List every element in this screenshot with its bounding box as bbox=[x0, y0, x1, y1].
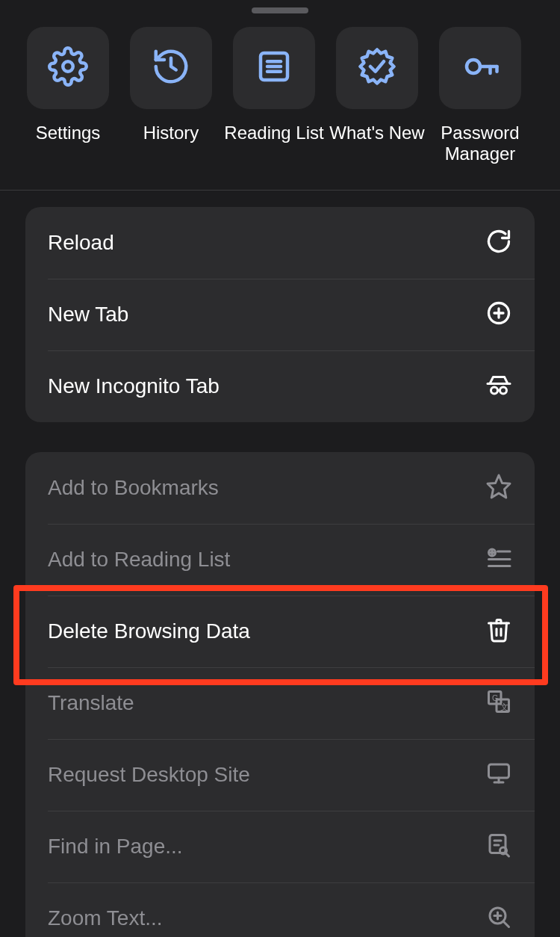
shortcut-tile bbox=[336, 27, 418, 109]
menu-item-label: Delete Browsing Data bbox=[48, 619, 250, 643]
menu-item-reload[interactable]: Reload bbox=[25, 207, 535, 279]
find-icon bbox=[485, 832, 512, 862]
reading-list-icon bbox=[254, 46, 294, 90]
menu-item-add-reading-list[interactable]: Add to Reading List bbox=[25, 524, 535, 596]
menu-section-primary: Reload New Tab New Incognito Tab bbox=[25, 207, 535, 422]
menu-item-label: New Tab bbox=[48, 303, 128, 327]
menu-item-label: Add to Reading List bbox=[48, 548, 230, 572]
menu-item-new-incognito-tab[interactable]: New Incognito Tab bbox=[25, 350, 535, 422]
key-icon bbox=[460, 46, 500, 90]
menu-item-label: Add to Bookmarks bbox=[48, 476, 219, 500]
incognito-icon bbox=[485, 371, 512, 401]
menu-item-label: Reload bbox=[48, 231, 114, 255]
menu-item-request-desktop-site[interactable]: Request Desktop Site bbox=[25, 739, 535, 811]
plus-circle-icon bbox=[485, 300, 512, 330]
top-divider bbox=[0, 190, 560, 191]
sheet-handle[interactable] bbox=[252, 7, 308, 13]
shortcut-settings[interactable]: Settings bbox=[27, 27, 109, 164]
history-icon bbox=[151, 46, 191, 90]
desktop-icon bbox=[485, 760, 512, 790]
add-reading-list-icon bbox=[485, 545, 512, 575]
svg-text:G: G bbox=[492, 693, 498, 702]
shortcut-tile bbox=[439, 27, 521, 109]
gear-icon bbox=[48, 46, 88, 90]
menu-item-find-in-page[interactable]: Find in Page... bbox=[25, 811, 535, 882]
shortcuts-row: Settings History bbox=[0, 27, 560, 190]
menu-item-delete-browsing-data[interactable]: Delete Browsing Data bbox=[25, 596, 535, 667]
svg-point-0 bbox=[63, 61, 73, 72]
menu-item-label: Request Desktop Site bbox=[48, 763, 250, 787]
svg-text:文: 文 bbox=[500, 702, 508, 711]
shortcut-label: Settings bbox=[36, 123, 101, 143]
star-icon bbox=[485, 473, 512, 503]
shortcut-tile bbox=[233, 27, 315, 109]
menu-item-add-bookmarks[interactable]: Add to Bookmarks bbox=[25, 452, 535, 524]
menu-item-zoom-text[interactable]: Zoom Text... bbox=[25, 882, 535, 937]
svg-marker-16 bbox=[488, 475, 510, 498]
menu-section-secondary: Add to Bookmarks Add to Reading List Del… bbox=[25, 452, 535, 937]
shortcut-label: Password Manager bbox=[439, 123, 521, 164]
menu-item-label: New Incognito Tab bbox=[48, 374, 220, 398]
svg-point-5 bbox=[467, 60, 480, 73]
menu-item-new-tab[interactable]: New Tab bbox=[25, 279, 535, 350]
shortcut-whats-new[interactable]: What's New bbox=[336, 27, 418, 164]
translate-icon: G 文 bbox=[485, 688, 512, 718]
svg-line-36 bbox=[506, 853, 509, 856]
shortcut-tile bbox=[27, 27, 109, 109]
shortcut-password-manager[interactable]: Password Manager bbox=[439, 27, 521, 164]
trash-icon bbox=[485, 616, 512, 646]
shortcut-label: Reading List bbox=[224, 123, 323, 143]
reload-icon bbox=[485, 228, 512, 258]
shortcut-reading-list[interactable]: Reading List bbox=[233, 27, 315, 164]
menu-item-label: Translate bbox=[48, 691, 134, 715]
zoom-icon bbox=[485, 903, 512, 933]
svg-rect-29 bbox=[489, 764, 509, 778]
shortcut-tile bbox=[130, 27, 212, 109]
whats-new-icon bbox=[357, 46, 397, 90]
shortcut-label: History bbox=[143, 123, 199, 143]
menu-item-label: Zoom Text... bbox=[48, 906, 163, 930]
shortcut-label: What's New bbox=[329, 123, 424, 143]
shortcut-history[interactable]: History bbox=[130, 27, 212, 164]
menu-item-translate[interactable]: Translate G 文 bbox=[25, 667, 535, 739]
svg-line-40 bbox=[504, 922, 509, 927]
menu-item-label: Find in Page... bbox=[48, 835, 183, 859]
